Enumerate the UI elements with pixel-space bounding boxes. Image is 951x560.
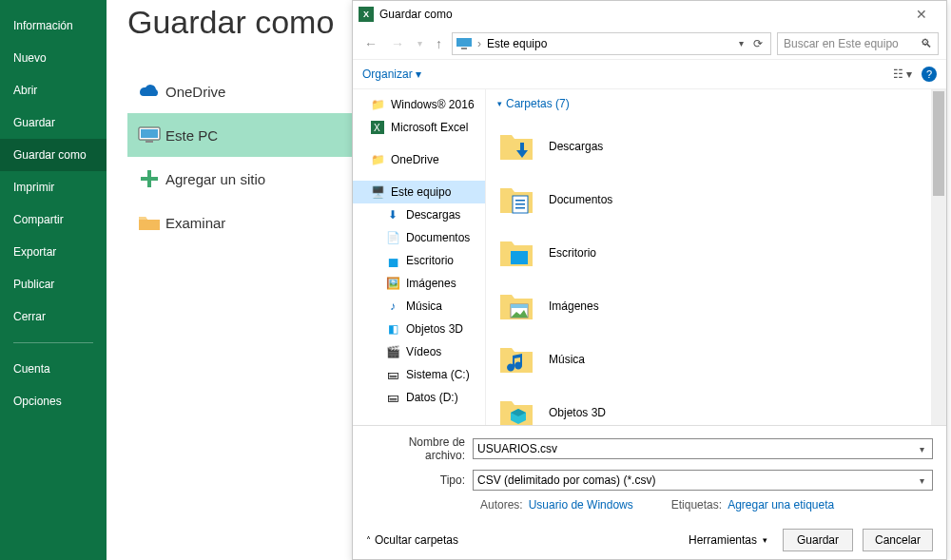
- tree-windows-2016[interactable]: 📁Windows® 2016: [353, 93, 485, 116]
- nav-guardar-como[interactable]: Guardar como: [0, 139, 107, 171]
- dialog-nav: ← → ▾ ↑ › Este equipo ▾ ⟳ Buscar en Este…: [353, 28, 946, 60]
- chevron-down-icon[interactable]: ▾: [414, 36, 426, 50]
- scrollbar[interactable]: [931, 89, 946, 425]
- authors-link[interactable]: Usuario de Windows: [529, 498, 633, 512]
- location-label: Examinar: [165, 215, 225, 231]
- music-folder-icon: [497, 340, 535, 378]
- tree-descargas[interactable]: ⬇Descargas: [353, 203, 485, 226]
- tree-escritorio[interactable]: ▅Escritorio: [353, 249, 485, 272]
- tags-link[interactable]: Agregar una etiqueta: [728, 498, 834, 512]
- refresh-icon[interactable]: ⟳: [749, 37, 767, 50]
- nav-cerrar[interactable]: Cerrar: [0, 300, 107, 333]
- folder-descargas[interactable]: Descargas: [497, 120, 935, 173]
- chevron-down-icon[interactable]: ▾: [739, 38, 744, 48]
- location-browse[interactable]: Examinar: [127, 201, 352, 244]
- filetype-select[interactable]: CSV (delimitado por comas) (*.csv)▾: [473, 470, 933, 491]
- svg-rect-6: [461, 48, 467, 49]
- tree-imagenes[interactable]: 🖼️Imágenes: [353, 272, 485, 295]
- cloud-icon: [133, 83, 165, 100]
- cancel-button[interactable]: Cancelar: [863, 529, 933, 551]
- desktop-icon: ▅: [385, 253, 400, 268]
- search-input[interactable]: Buscar en Este equipo 🔍︎: [777, 32, 939, 55]
- tree-sistema-c[interactable]: 🖴Sistema (C:): [353, 363, 485, 386]
- address-bar[interactable]: › Este equipo ▾ ⟳: [452, 32, 771, 55]
- help-icon[interactable]: ?: [922, 67, 937, 82]
- location-onedrive[interactable]: OneDrive: [127, 69, 352, 113]
- tags-label: Etiquetas:: [671, 498, 722, 512]
- nav-opciones[interactable]: Opciones: [0, 385, 107, 417]
- tree-objetos-3d[interactable]: ◧Objetos 3D: [353, 318, 485, 340]
- desktop-folder-icon: [497, 234, 535, 272]
- location-label: Agregar un sitio: [165, 171, 265, 187]
- svg-rect-12: [515, 207, 525, 209]
- save-button[interactable]: Guardar: [783, 529, 853, 551]
- location-este-pc[interactable]: Este PC: [127, 113, 352, 157]
- svg-text:X: X: [374, 123, 380, 133]
- folder-tree: 📁Windows® 2016 XMicrosoft Excel 📁OneDriv…: [353, 89, 486, 425]
- nav-imprimir[interactable]: Imprimir: [0, 171, 107, 203]
- excel-backstage-nav: Información Nuevo Abrir Guardar Guardar …: [0, 0, 107, 560]
- hide-folders-toggle[interactable]: ˄ Ocultar carpetas: [366, 533, 458, 547]
- svg-rect-5: [456, 38, 472, 47]
- filename-label: Nombre de archivo:: [366, 435, 473, 462]
- svg-rect-13: [511, 251, 528, 264]
- nav-informacion[interactable]: Información: [0, 10, 107, 42]
- video-icon: 🎬: [385, 344, 400, 359]
- pc-icon: 🖥️: [370, 184, 385, 200]
- tree-musica[interactable]: ♪Música: [353, 295, 485, 318]
- nav-exportar[interactable]: Exportar: [0, 236, 107, 268]
- download-folder-icon: [497, 127, 535, 165]
- nav-guardar[interactable]: Guardar: [0, 106, 107, 139]
- download-icon: ⬇: [385, 207, 400, 222]
- close-icon[interactable]: ✕: [902, 7, 941, 22]
- svg-rect-15: [511, 304, 528, 308]
- nav-publicar[interactable]: Publicar: [0, 268, 107, 300]
- pc-icon: [456, 38, 472, 49]
- tree-este-equipo[interactable]: 🖥️Este equipo: [353, 181, 485, 203]
- tree-documentos[interactable]: 📄Documentos: [353, 226, 485, 249]
- nav-compartir[interactable]: Compartir: [0, 203, 107, 236]
- filename-input[interactable]: USUARIOS.csv▾: [473, 438, 933, 459]
- pc-icon: [133, 126, 165, 145]
- folder-icon: [133, 213, 165, 232]
- cube-icon: ◧: [385, 321, 400, 337]
- folder-icon: 📁: [370, 97, 385, 112]
- tree-datos-d[interactable]: 🖴Datos (D:): [353, 386, 485, 409]
- tools-menu[interactable]: Herramientas▾: [683, 533, 773, 547]
- folder-documentos[interactable]: Documentos: [497, 173, 935, 226]
- address-text: Este equipo: [487, 37, 547, 50]
- nav-abrir[interactable]: Abrir: [0, 74, 107, 106]
- music-icon: ♪: [385, 299, 400, 314]
- nav-nuevo[interactable]: Nuevo: [0, 42, 107, 74]
- folder-icon: 📁: [370, 152, 385, 167]
- forward-icon[interactable]: →: [387, 34, 408, 53]
- location-label: OneDrive: [165, 84, 225, 100]
- folder-content: ▾ Carpetas (7) Descargas Documentos Escr…: [486, 89, 946, 425]
- location-add-site[interactable]: Agregar un sitio: [127, 157, 352, 201]
- plus-icon: [133, 168, 165, 189]
- tree-red[interactable]: 🖧Red: [353, 418, 485, 425]
- filetype-label: Tipo:: [366, 473, 473, 487]
- folder-musica[interactable]: Música: [497, 333, 935, 386]
- tree-microsoft-excel[interactable]: XMicrosoft Excel: [353, 116, 485, 139]
- folder-imagenes[interactable]: Imágenes: [497, 280, 935, 333]
- folder-escritorio[interactable]: Escritorio: [497, 226, 935, 280]
- up-icon[interactable]: ↑: [432, 34, 446, 53]
- back-icon[interactable]: ←: [360, 34, 381, 53]
- doc-icon: 📄: [385, 230, 400, 245]
- drive-icon: 🖴: [385, 390, 400, 405]
- chevron-up-icon: ˄: [366, 535, 371, 546]
- folders-group-header[interactable]: ▾ Carpetas (7): [497, 97, 935, 110]
- organize-menu[interactable]: Organizar ▾: [362, 68, 421, 81]
- tree-videos[interactable]: 🎬Vídeos: [353, 340, 485, 363]
- view-options-icon[interactable]: ☷ ▾: [893, 68, 912, 81]
- search-icon: 🔍︎: [921, 37, 932, 50]
- nav-cuenta[interactable]: Cuenta: [0, 353, 107, 385]
- svg-rect-11: [515, 203, 525, 205]
- drive-icon: 🖴: [385, 367, 400, 382]
- tree-onedrive[interactable]: 📁OneDrive: [353, 148, 485, 171]
- svg-rect-2: [146, 141, 153, 143]
- 3d-folder-icon: [497, 394, 535, 425]
- folder-objetos-3d[interactable]: Objetos 3D: [497, 386, 935, 425]
- chevron-down-icon: ▾: [497, 99, 502, 108]
